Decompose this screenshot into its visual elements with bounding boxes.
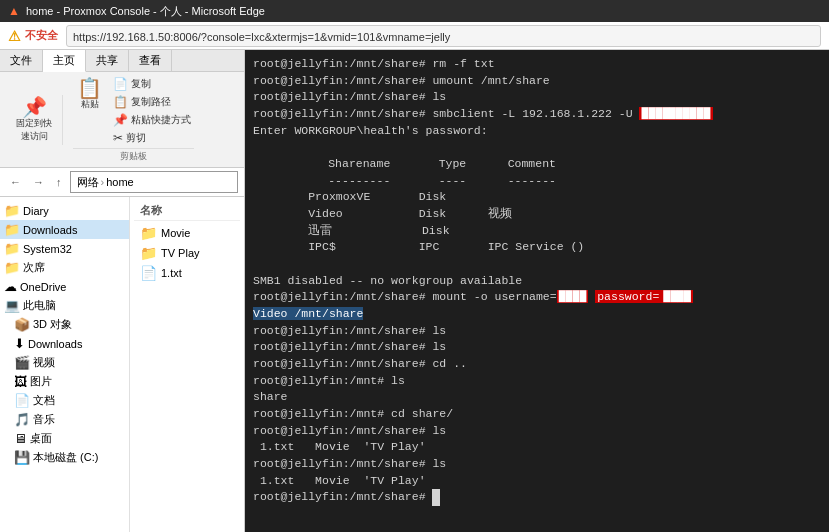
copy-icon: 📄 xyxy=(113,77,128,91)
terminal-line: share xyxy=(253,389,821,406)
tree-panel: 📁 Diary 📁 Downloads 📁 System32 📁 次席 ☁ xyxy=(0,197,130,532)
security-label: 不安全 xyxy=(25,28,58,43)
copy-path-button[interactable]: 📋 复制路径 xyxy=(110,94,194,110)
terminal-line: IPC$ IPC IPC Service () xyxy=(253,239,821,256)
tree-item-3dobjects[interactable]: 📦 3D 对象 xyxy=(0,315,129,334)
ribbon: 文件 主页 共享 查看 📌 固定到快速访问 📋 粘贴 xyxy=(0,50,244,168)
terminal-line: root@jellyfin:/mnt/share# xyxy=(253,489,821,506)
terminal-line: root@jellyfin:/mnt# ls xyxy=(253,373,821,390)
file-item-tvplay[interactable]: 📁 TV Play xyxy=(134,243,240,263)
warning-icon: ⚠ xyxy=(8,28,21,44)
tree-label-pictures: 图片 xyxy=(30,374,52,389)
video-icon: 🎬 xyxy=(14,355,30,370)
title-text: home - Proxmox Console - 个人 - Microsoft … xyxy=(26,4,821,19)
copy-button[interactable]: 📄 复制 xyxy=(110,76,194,92)
download-icon: ⬇ xyxy=(14,336,25,351)
path-part-network: 网络 xyxy=(77,175,99,190)
tree-item-onedrive[interactable]: ☁ OneDrive xyxy=(0,277,129,296)
onedrive-icon: ☁ xyxy=(4,279,17,294)
browser-icon: ▲ xyxy=(8,4,20,18)
tree-label-3dobjects: 3D 对象 xyxy=(33,317,72,332)
file-name-tvplay: TV Play xyxy=(161,247,200,259)
doc-icon: 📄 xyxy=(14,393,30,408)
explorer-body: 📁 Diary 📁 Downloads 📁 System32 📁 次席 ☁ xyxy=(0,197,244,532)
terminal-line: root@jellyfin:/mnt/share# ls xyxy=(253,423,821,440)
tree-label-downloads2: Downloads xyxy=(28,338,82,350)
tree-label-cix: 次席 xyxy=(23,260,45,275)
paste-button[interactable]: 📋 粘贴 xyxy=(73,76,106,113)
tree-label-diary: Diary xyxy=(23,205,49,217)
tree-label-downloads: Downloads xyxy=(23,224,77,236)
address-bar: ← → ↑ 网络 › home xyxy=(0,168,244,197)
tree-item-system32[interactable]: 📁 System32 xyxy=(0,239,129,258)
folder-icon: 📁 xyxy=(4,260,20,275)
terminal-line: 1.txt Movie 'TV Play' xyxy=(253,439,821,456)
tab-view[interactable]: 查看 xyxy=(129,50,172,71)
paste-shortcut-label: 粘贴快捷方式 xyxy=(131,113,191,127)
title-bar: ▲ home - Proxmox Console - 个人 - Microsof… xyxy=(0,0,829,22)
tree-item-downloads2[interactable]: ⬇ Downloads xyxy=(0,334,129,353)
ribbon-tabs: 文件 主页 共享 查看 xyxy=(0,50,244,72)
file-explorer: 文件 主页 共享 查看 📌 固定到快速访问 📋 粘贴 xyxy=(0,50,245,532)
tab-file[interactable]: 文件 xyxy=(0,50,43,71)
file-name-txt: 1.txt xyxy=(161,267,182,279)
nav-up-button[interactable]: ↑ xyxy=(52,174,66,190)
terminal-line: Video Disk 视频 xyxy=(253,206,821,223)
tree-item-cix[interactable]: 📁 次席 xyxy=(0,258,129,277)
terminal-line: root@jellyfin:/mnt/share# mount -o usern… xyxy=(253,289,821,306)
tree-item-pictures[interactable]: 🖼 图片 xyxy=(0,372,129,391)
tree-label-music: 音乐 xyxy=(33,412,55,427)
terminal-line: root@jellyfin:/mnt/share# ls xyxy=(253,323,821,340)
file-icon: 📄 xyxy=(140,265,157,281)
terminal-line: root@jellyfin:/mnt/share# cd .. xyxy=(253,356,821,373)
paste-shortcut-button[interactable]: 📌 粘贴快捷方式 xyxy=(110,112,194,128)
tree-item-downloads[interactable]: 📁 Downloads xyxy=(0,220,129,239)
tree-item-localdisk[interactable]: 💾 本地磁盘 (C:) xyxy=(0,448,129,467)
ribbon-group-pin: 📌 固定到快速访问 xyxy=(6,95,63,145)
tab-share[interactable]: 共享 xyxy=(86,50,129,71)
tree-item-music[interactable]: 🎵 音乐 xyxy=(0,410,129,429)
file-item-txt[interactable]: 📄 1.txt xyxy=(134,263,240,283)
cut-button[interactable]: ✂ 剪切 xyxy=(110,130,194,146)
nav-back-button[interactable]: ← xyxy=(6,174,25,190)
terminal-line: 迅雷 Disk xyxy=(253,223,821,240)
nav-forward-button[interactable]: → xyxy=(29,174,48,190)
tree-label-onedrive: OneDrive xyxy=(20,281,66,293)
folder-icon: 📁 xyxy=(140,225,157,241)
tree-item-desktop[interactable]: 🖥 桌面 xyxy=(0,429,129,448)
terminal-line: root@jellyfin:/mnt# cd share/ xyxy=(253,406,821,423)
path-separator-1: › xyxy=(101,176,105,188)
tree-item-documents[interactable]: 📄 文档 xyxy=(0,391,129,410)
file-item-movie[interactable]: 📁 Movie xyxy=(134,223,240,243)
terminal-panel[interactable]: root@jellyfin:/mnt/share# rm -f txt root… xyxy=(245,50,829,532)
terminal-line: root@jellyfin:/mnt/share# ls xyxy=(253,456,821,473)
clipboard-label: 剪贴板 xyxy=(73,148,194,163)
tree-item-video[interactable]: 🎬 视频 xyxy=(0,353,129,372)
terminal-line: root@jellyfin:/mnt/share# ls xyxy=(253,89,821,106)
pin-to-quick-button[interactable]: 📌 固定到快速访问 xyxy=(12,95,56,145)
address-path[interactable]: 网络 › home xyxy=(70,171,239,193)
tree-label-localdisk: 本地磁盘 (C:) xyxy=(33,450,98,465)
music-icon: 🎵 xyxy=(14,412,30,427)
folder-icon: 📁 xyxy=(140,245,157,261)
tree-label-documents: 文档 xyxy=(33,393,55,408)
url-bar[interactable]: https://192.168.1.50:8006/?console=lxc&x… xyxy=(66,25,821,47)
security-warning: ⚠ 不安全 xyxy=(8,28,58,44)
tree-item-diary[interactable]: 📁 Diary xyxy=(0,201,129,220)
desktop-icon: 🖥 xyxy=(14,431,27,446)
copy-path-label: 复制路径 xyxy=(131,95,171,109)
main-content: 文件 主页 共享 查看 📌 固定到快速访问 📋 粘贴 xyxy=(0,50,829,532)
tab-home[interactable]: 主页 xyxy=(43,50,86,72)
tree-label-desktop: 桌面 xyxy=(30,431,52,446)
terminal-line: SMB1 disabled -- no workgroup available xyxy=(253,273,821,290)
folder-icon: 📁 xyxy=(4,222,20,237)
path-part-home: home xyxy=(106,176,134,188)
tree-item-thispc[interactable]: 💻 此电脑 xyxy=(0,296,129,315)
paste-shortcut-icon: 📌 xyxy=(113,113,128,127)
terminal-selected-line: Video /mnt/share xyxy=(253,306,821,323)
terminal-table-header: Sharename Type Comment xyxy=(253,156,821,173)
terminal-line: root@jellyfin:/mnt/share# rm -f txt xyxy=(253,56,821,73)
file-name-movie: Movie xyxy=(161,227,190,239)
tree-label-video: 视频 xyxy=(33,355,55,370)
picture-icon: 🖼 xyxy=(14,374,27,389)
